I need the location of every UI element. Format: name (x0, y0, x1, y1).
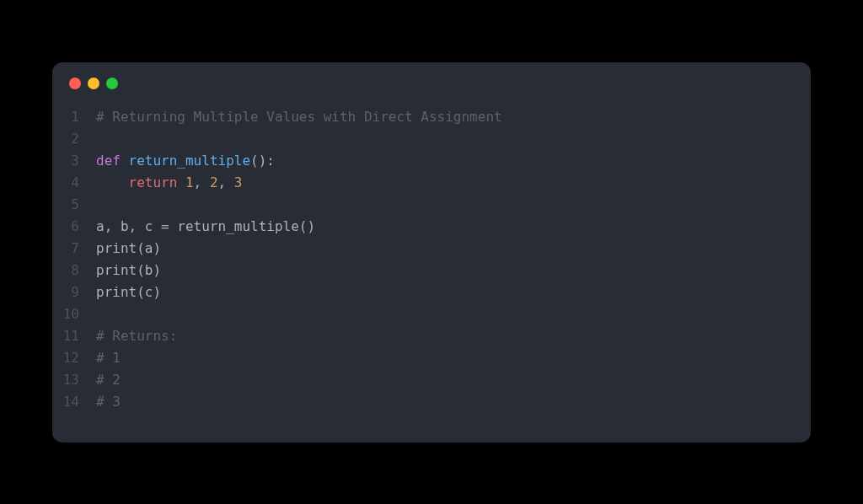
line-number: 4 (52, 172, 96, 194)
code-editor: 1 # Returning Multiple Values with Direc… (52, 101, 811, 413)
line-content: print(a) (96, 238, 811, 260)
code-line: 5 (52, 194, 811, 216)
line-content (96, 194, 811, 216)
code-line: 13 # 2 (52, 369, 811, 391)
line-number: 14 (52, 391, 96, 413)
line-number: 2 (52, 128, 96, 150)
line-content: print(c) (96, 281, 811, 303)
line-content (96, 128, 811, 150)
line-number: 13 (52, 369, 96, 391)
line-number: 5 (52, 194, 96, 216)
line-number: 1 (52, 106, 96, 128)
line-content: # Returning Multiple Values with Direct … (96, 106, 811, 128)
code-window: 1 # Returning Multiple Values with Direc… (52, 62, 811, 442)
line-content: # 2 (96, 369, 811, 391)
line-number: 8 (52, 260, 96, 281)
line-content (96, 303, 811, 325)
window-titlebar (52, 62, 811, 101)
line-number: 6 (52, 216, 96, 238)
code-line: 10 (52, 303, 811, 325)
code-line: 3 def return_multiple(): (52, 150, 811, 172)
line-content: # Returns: (96, 325, 811, 347)
code-line: 11 # Returns: (52, 325, 811, 347)
line-content: # 3 (96, 391, 811, 413)
line-number: 3 (52, 150, 96, 172)
close-icon[interactable] (69, 78, 81, 89)
line-content: return 1, 2, 3 (96, 172, 811, 194)
code-line: 9 print(c) (52, 281, 811, 303)
minimize-icon[interactable] (88, 78, 99, 89)
line-number: 12 (52, 347, 96, 369)
line-content: print(b) (96, 260, 811, 281)
code-line: 12 # 1 (52, 347, 811, 369)
line-content: # 1 (96, 347, 811, 369)
line-number: 10 (52, 303, 96, 325)
line-content: def return_multiple(): (96, 150, 811, 172)
line-number: 7 (52, 238, 96, 260)
code-line: 1 # Returning Multiple Values with Direc… (52, 106, 811, 128)
zoom-icon[interactable] (106, 78, 118, 89)
code-line: 4 return 1, 2, 3 (52, 172, 811, 194)
line-number: 11 (52, 325, 96, 347)
code-line: 7 print(a) (52, 238, 811, 260)
code-line: 8 print(b) (52, 260, 811, 281)
code-line: 2 (52, 128, 811, 150)
code-line: 6 a, b, c = return_multiple() (52, 216, 811, 238)
line-number: 9 (52, 281, 96, 303)
line-content: a, b, c = return_multiple() (96, 216, 811, 238)
code-line: 14 # 3 (52, 391, 811, 413)
